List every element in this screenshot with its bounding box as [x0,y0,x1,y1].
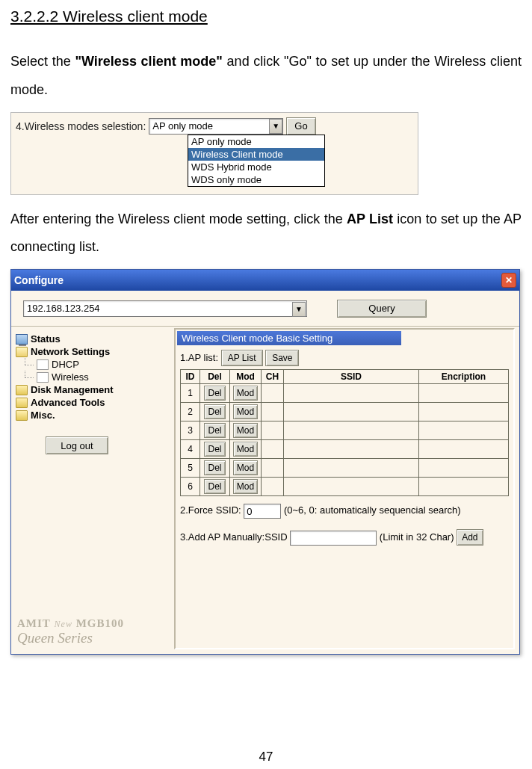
brand-2: Queen Series [17,630,124,646]
cell-id: 4 [181,440,200,459]
th-ch: CH [262,370,284,384]
p2-bold: AP List [347,211,393,226]
row-add-ap: 3.Add AP Manually:SSID (Limit in 32 Char… [180,526,509,546]
aplist-button[interactable]: AP List [221,350,263,366]
mode-option-3[interactable]: WDS only mode [188,173,324,186]
paragraph-1: Select the "Wireless client mode" and cl… [10,48,522,105]
del-button[interactable]: Del [204,404,225,419]
sidebar-item-status[interactable]: Status [16,333,170,345]
force-ssid-input[interactable]: 0 [244,504,281,519]
table-row: 5 Del Mod [181,459,509,478]
folder-icon [16,385,28,395]
row-force-ssid: 2.Force SSID: 0 (0~6, 0: automatically s… [180,504,509,519]
p2-a: After entering the Wireless client mode … [10,211,347,226]
chevron-down-icon[interactable]: ▼ [292,302,306,317]
cell-id: 2 [181,403,200,421]
window-titlebar: Configure ✕ [11,270,519,291]
sidebar-label: Advanced Tools [31,397,105,408]
address-value: 192.168.123.254 [27,303,100,314]
mode-dropdown[interactable]: AP only mode Wireless Client mode WDS Hy… [188,135,325,187]
th-enc: Encription [419,370,509,384]
mode-select-value: AP only mode [149,118,283,135]
th-ssid: SSID [284,370,419,384]
mod-button[interactable]: Mod [233,460,258,475]
section-heading: 3.2.2.2 Wireless client mode [10,7,522,25]
del-button[interactable]: Del [204,479,225,494]
sidebar-label: Network Settings [31,346,110,357]
folder-icon [16,410,28,421]
section-bar: Wireless Client mode Basic Setting [177,331,401,345]
sidebar-item-misc[interactable]: Misc. [16,409,170,421]
go-button[interactable]: Go [286,117,315,135]
close-icon[interactable]: ✕ [501,273,516,288]
folder-open-icon [16,347,28,357]
th-mod: Mod [230,370,262,384]
logout-button[interactable]: Log out [46,436,108,454]
query-button[interactable]: Query [337,300,427,318]
del-button[interactable]: Del [204,460,225,475]
brand-1b: New [55,619,72,629]
force-ssid-hint: (0~6, 0: automatically sequencial search… [284,505,461,516]
sidebar-label: DHCP [52,359,79,370]
address-input[interactable]: 192.168.123.254 ▼ [23,300,307,317]
page-icon [37,359,49,370]
screenshot-configure-window: Configure ✕ 192.168.123.254 ▼ Query Stat… [10,269,520,655]
cell-id: 6 [181,478,200,496]
p1-bold: "Wireless client mode" [75,54,222,69]
mode-option-1[interactable]: Wireless Client mode [188,148,324,161]
ap-table: ID Del Mod CH SSID Encription 1 Del Mod [180,369,509,496]
cell-ch [262,384,284,403]
cell-id: 5 [181,459,200,478]
chevron-down-icon[interactable]: ▼ [269,119,282,134]
sidebar-label: Status [31,333,61,345]
table-row: 4 Del Mod [181,440,509,459]
mod-button[interactable]: Mod [233,404,258,419]
sidebar-item-disk[interactable]: Disk Management [16,383,170,396]
sidebar: Status Network Settings DHCP Wireless Di… [11,327,174,654]
brand-mark: AMIT New MGB100 Queen Series [17,617,124,646]
mode-label: 4.Wireless modes selestion: [16,120,146,132]
save-button[interactable]: Save [265,350,299,366]
address-bar-row: 192.168.123.254 ▼ Query [11,291,519,327]
add-ap-hint: (Limit in 32 Char) [380,531,454,543]
aplist-label: 1.AP list: [180,352,218,363]
mod-button[interactable]: Mod [233,386,258,401]
th-del: Del [200,370,230,384]
brand-1a: AMIT [17,617,51,629]
mod-button[interactable]: Mod [233,423,258,438]
paragraph-2: After entering the Wireless client mode … [10,206,522,262]
add-ap-label: 3.Add AP Manually:SSID [180,531,288,543]
window-title: Configure [14,274,64,286]
mode-option-0[interactable]: AP only mode [188,135,324,148]
table-row: 6 Del Mod [181,478,509,496]
table-row: 3 Del Mod [181,421,509,440]
th-id: ID [181,370,200,384]
mod-button[interactable]: Mod [233,479,258,494]
sidebar-item-dhcp[interactable]: DHCP [16,358,170,371]
add-ap-ssid-input[interactable] [290,531,377,546]
force-ssid-label: 2.Force SSID: [180,505,241,516]
table-header-row: ID Del Mod CH SSID Encription [181,370,509,384]
del-button[interactable]: Del [204,442,225,457]
page-icon [37,372,49,383]
sidebar-item-adv[interactable]: Advanced Tools [16,396,170,409]
folder-icon [16,398,28,408]
cell-enc [419,384,509,403]
cell-id: 3 [181,421,200,440]
sidebar-label: Misc. [31,410,55,421]
row-ap-list: 1.AP list: AP List Save [180,350,509,366]
cell-ssid [284,384,419,403]
sidebar-item-wireless[interactable]: Wireless [16,371,170,383]
monitor-icon [16,334,28,345]
brand-1c: MGB100 [76,617,124,629]
page-number: 47 [0,750,532,765]
main-panel: Wireless Client mode Basic Setting 1.AP … [174,327,519,654]
mode-option-2[interactable]: WDS Hybrid mode [188,161,324,173]
mod-button[interactable]: Mod [233,442,258,457]
add-button[interactable]: Add [457,529,483,546]
p1-a: Select the [10,54,75,69]
sidebar-item-network[interactable]: Network Settings [16,345,170,358]
del-button[interactable]: Del [204,423,225,438]
del-button[interactable]: Del [204,386,225,401]
mode-select[interactable]: AP only mode ▼ [149,118,283,135]
